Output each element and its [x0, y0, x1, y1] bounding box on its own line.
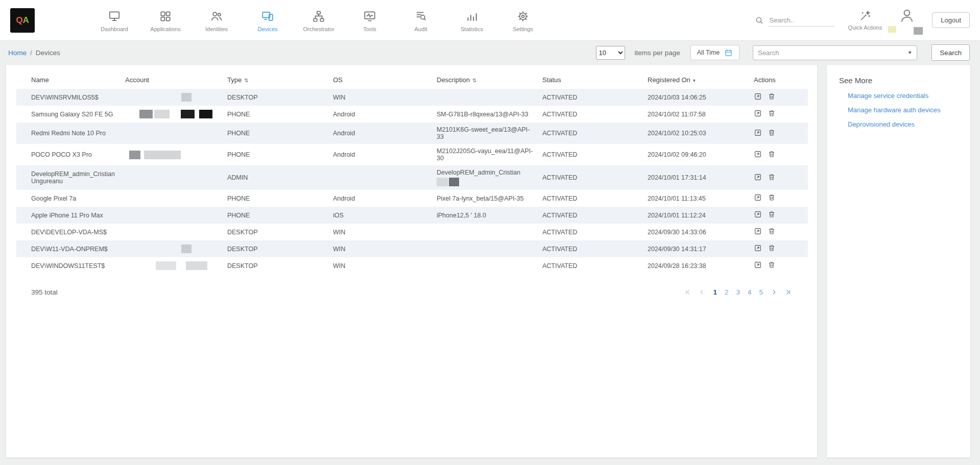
table-row: DEV\W11-VDA-ONPREM$DESKTOPWINACTIVATED20…: [16, 240, 808, 257]
cell-status: ACTIVATED: [538, 144, 643, 165]
redacted-text-block: [181, 244, 192, 253]
deprovisioned-devices-link[interactable]: Deprovisioned devices: [848, 120, 963, 128]
next-page-button[interactable]: [769, 288, 779, 297]
cell-status: ACTIVATED: [538, 165, 643, 190]
column-label: Description: [437, 76, 470, 84]
sort-both-icon: ⇅: [472, 78, 476, 83]
cell-account: [121, 240, 223, 257]
sort-desc-icon: ▾: [693, 78, 696, 83]
cell-registered-on: 2024/10/01 11:13:45: [643, 190, 750, 207]
page-4-button[interactable]: 4: [746, 287, 754, 297]
cell-registered-on: 2024/10/03 14:06:25: [643, 89, 750, 106]
column-header-os: OS: [329, 71, 433, 89]
nav-item-orchestrator[interactable]: Orchestrator: [293, 8, 344, 32]
external-link-icon: [754, 227, 762, 235]
manage-service-credentials-link[interactable]: Manage service credentials: [848, 92, 963, 100]
table-row: POCO POCO X3 ProPHONEAndroidM2102J20SG-v…: [16, 144, 808, 165]
redacted-text-block: [449, 178, 459, 186]
prev-page-button[interactable]: [697, 288, 707, 297]
logout-button[interactable]: Logout: [932, 12, 970, 28]
open-device-button[interactable]: [754, 173, 762, 181]
last-page-button[interactable]: [783, 288, 794, 297]
cell-type: DESKTOP: [223, 89, 329, 106]
open-device-button[interactable]: [754, 261, 762, 269]
user-menu[interactable]: [895, 6, 919, 35]
nav-item-label: Identities: [205, 26, 228, 32]
open-device-button[interactable]: [754, 150, 762, 158]
delete-device-button[interactable]: [768, 193, 776, 202]
pagination: 12345: [682, 287, 794, 297]
search-icon: [755, 16, 764, 25]
delete-device-button[interactable]: [768, 150, 776, 158]
nav-item-dashboard[interactable]: Dashboard: [89, 8, 140, 32]
open-device-button[interactable]: [754, 210, 762, 218]
cell-actions: [750, 144, 808, 165]
table-row: DEV\WINDOWS11TEST$DESKTOPWINACTIVATED202…: [16, 257, 808, 274]
open-device-button[interactable]: [754, 244, 762, 252]
open-device-button[interactable]: [754, 129, 762, 137]
delete-device-button[interactable]: [768, 261, 776, 269]
redacted-text-block: [154, 110, 170, 118]
cell-os: WIN: [329, 240, 433, 257]
see-more-links: Manage service credentialsManage hardwar…: [834, 92, 963, 128]
open-device-button[interactable]: [754, 92, 762, 101]
manage-hardware-auth-devices-link[interactable]: Manage hardware auth devices: [848, 106, 963, 114]
app-logo[interactable]: QA: [10, 8, 35, 33]
delete-device-button[interactable]: [768, 92, 776, 101]
cell-os: Android: [329, 144, 433, 165]
page-3-button[interactable]: 3: [734, 287, 742, 297]
column-header-actions: Actions: [750, 71, 808, 89]
description-text: SM-G781B-r8qxeea/13@API-33: [437, 111, 534, 118]
table-row: DEV\WINSRVMILOS5$DESKTOPWINACTIVATED2024…: [16, 89, 808, 106]
delete-device-button[interactable]: [768, 173, 776, 181]
open-device-button[interactable]: [754, 193, 762, 202]
nav-item-tools[interactable]: Tools: [344, 8, 395, 32]
chevron-down-icon[interactable]: ▼: [907, 51, 912, 55]
open-device-button[interactable]: [754, 109, 762, 117]
open-device-button[interactable]: [754, 227, 762, 235]
breadcrumb: Home / Devices: [8, 49, 60, 57]
cell-description: [433, 240, 538, 257]
cell-status: ACTIVATED: [538, 240, 643, 257]
cell-status: ACTIVATED: [538, 224, 643, 240]
first-page-button[interactable]: [682, 288, 693, 297]
nav-item-devices[interactable]: Devices: [242, 8, 293, 32]
quick-actions-button[interactable]: Quick Actions: [848, 10, 882, 31]
time-filter-button[interactable]: All Time: [690, 45, 739, 60]
column-header-type[interactable]: Type⇅: [223, 71, 329, 89]
quick-actions-label: Quick Actions: [848, 25, 882, 31]
delete-device-button[interactable]: [768, 227, 776, 235]
page-size-select[interactable]: 10: [596, 46, 625, 60]
cell-registered-on: 2024/09/30 14:33:06: [643, 224, 750, 240]
delete-device-button[interactable]: [768, 244, 776, 252]
column-header-description[interactable]: Description⇅: [433, 71, 538, 89]
cell-os: WIN: [329, 257, 433, 274]
cell-description: SM-G781B-r8qxeea/13@API-33: [433, 106, 538, 123]
page-5-button[interactable]: 5: [757, 287, 765, 297]
page-1-button[interactable]: 1: [711, 287, 719, 297]
nav-item-applications[interactable]: Applications: [140, 8, 191, 32]
delete-device-button[interactable]: [768, 210, 776, 218]
nav-item-audit[interactable]: Audit: [395, 8, 446, 32]
nav-item-settings[interactable]: Settings: [497, 8, 548, 32]
column-header-status: Status: [538, 71, 643, 89]
nav-item-statistics[interactable]: Statistics: [446, 8, 497, 32]
cell-name: Apple iPhone 11 Pro Max: [16, 207, 121, 224]
breadcrumb-home-link[interactable]: Home: [8, 49, 27, 57]
column-header-registered-on[interactable]: Registered On▾: [643, 71, 750, 89]
search-button[interactable]: Search: [931, 44, 970, 61]
redacted-description-line: [437, 178, 534, 186]
trash-icon: [768, 210, 776, 218]
delete-device-button[interactable]: [768, 109, 776, 117]
description-text: Pixel 7a-lynx_beta/15@API-35: [437, 195, 534, 202]
filter-search-combo[interactable]: ▼: [753, 45, 917, 60]
delete-device-button[interactable]: [768, 129, 776, 137]
nav-item-identities[interactable]: Identities: [191, 8, 242, 32]
page-2-button[interactable]: 2: [723, 287, 731, 297]
global-search-input[interactable]: [769, 14, 835, 27]
filter-search-input[interactable]: [758, 49, 907, 57]
cell-actions: [750, 207, 808, 224]
table-body: DEV\WINSRVMILOS5$DESKTOPWINACTIVATED2024…: [16, 89, 808, 274]
cell-account: [121, 190, 223, 207]
external-link-icon: [754, 261, 762, 269]
